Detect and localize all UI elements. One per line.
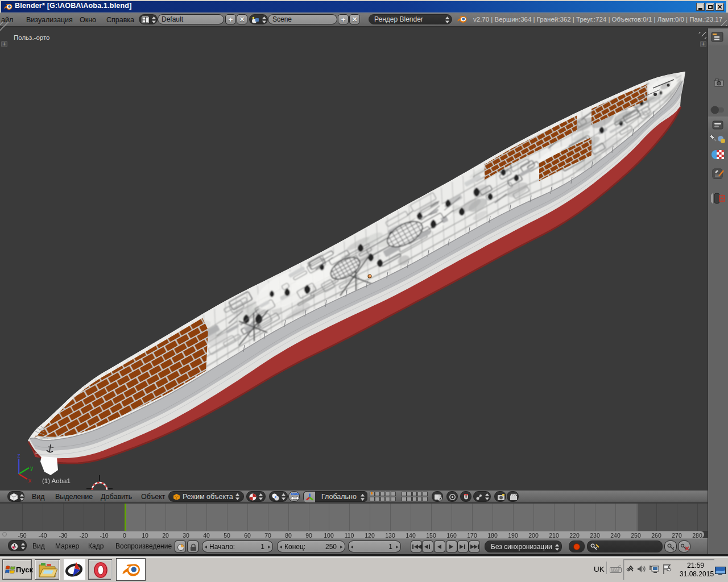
svg-text:x: x xyxy=(28,477,32,484)
svg-text:z: z xyxy=(17,452,20,459)
svg-text:y: y xyxy=(30,464,34,471)
